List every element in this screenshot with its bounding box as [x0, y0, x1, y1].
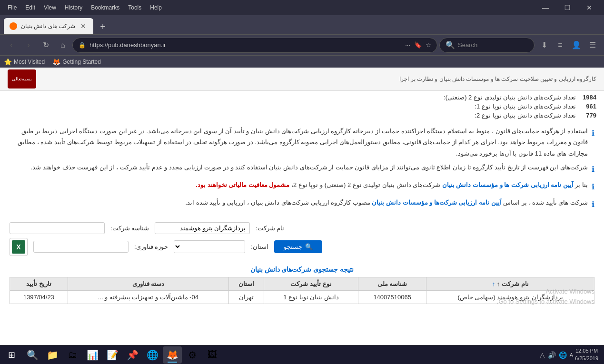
info-text-1: استفاده از هرگونه حمایت‌های قانون ، منوط…: [10, 126, 588, 159]
search-button[interactable]: 🔍 جستجو: [274, 240, 322, 253]
header-logo: بسمهتعالی: [8, 69, 36, 89]
language-icon[interactable]: A: [570, 352, 573, 358]
bookmark-star-button[interactable]: ☆: [426, 41, 431, 49]
notification-chevron-icon[interactable]: △: [540, 351, 545, 359]
user-account-button[interactable]: 👤: [569, 38, 584, 53]
taskbar-folder[interactable]: 🗂: [63, 346, 82, 364]
close-button[interactable]: ✕: [578, 0, 600, 15]
most-visited-bookmark[interactable]: ⭐ Most Visited: [4, 58, 45, 66]
back-button[interactable]: ‹: [4, 38, 19, 53]
taskbar-photos[interactable]: 🖼: [203, 346, 222, 364]
synced-tabs-button[interactable]: ≡: [553, 38, 568, 53]
cell-approval-type: دانش بنیان نوپا نوع 1: [264, 290, 358, 304]
tech-field-input[interactable]: [33, 241, 129, 253]
menu-help[interactable]: Help: [146, 3, 166, 12]
getting-started-label: Getting Started: [62, 59, 101, 65]
menu-history[interactable]: History: [61, 3, 86, 12]
taskbar-word[interactable]: 📝: [103, 346, 122, 364]
network-icon[interactable]: 🌐: [559, 351, 567, 359]
province-select[interactable]: [174, 240, 245, 253]
menu-file[interactable]: File: [4, 3, 20, 12]
address-bar[interactable]: 🔒 https://pub.daneshbonyan.ir ··· 🔖 ☆: [72, 38, 437, 53]
menu-edit[interactable]: Edit: [21, 3, 39, 12]
menu-tools[interactable]: Tools: [124, 3, 145, 12]
info-section: ℹ استفاده از هرگونه حمایت‌های قانون ، من…: [0, 122, 604, 218]
stats-section: 1984 تعداد شرکت‌های دانش بنیان تولیدی نو…: [0, 91, 604, 122]
cell-name: پردازشگران پترو هوشمند (سهامی خاص): [426, 290, 594, 304]
stat-line-2: 961 تعداد شرکت‌های دانش بنیان نوپا نوع 1…: [8, 102, 596, 111]
reader-view-button[interactable]: 🔖: [414, 41, 422, 49]
info-item-1: ℹ استفاده از هرگونه حمایت‌های قانون ، من…: [10, 126, 594, 159]
url-display: https://pub.daneshbonyan.ir: [89, 41, 401, 49]
file-explorer-icon: 📁: [47, 349, 59, 361]
col-header-tech-cat: دسته فناوری: [68, 277, 228, 290]
maximize-button[interactable]: ❐: [556, 0, 578, 15]
taskbar-sticky-notes[interactable]: 📌: [123, 346, 142, 364]
home-button[interactable]: ⌂: [55, 38, 70, 53]
minimize-button[interactable]: —: [535, 0, 556, 15]
table-row: پردازشگران پترو هوشمند (سهامی خاص) 14007…: [10, 290, 594, 304]
getting-started-bookmark[interactable]: 🦊 Getting Started: [52, 58, 101, 66]
cell-approval-date: 1397/04/23: [10, 290, 68, 304]
stat-num-1: 1984: [580, 94, 596, 101]
taskbar-file-explorer[interactable]: 📁: [43, 346, 62, 364]
folder-icon: 🗂: [68, 349, 77, 360]
form-row-2: 🔍 جستجو استان: حوزه فناوری: X: [10, 238, 594, 256]
new-tab-button[interactable]: +: [95, 19, 110, 34]
tab-close-button[interactable]: ✕: [79, 22, 88, 30]
title-bar: File Edit View History Bookmarks Tools H…: [0, 0, 604, 15]
most-visited-label: Most Visited: [14, 59, 45, 65]
downloads-button[interactable]: ⬇: [536, 38, 552, 53]
search-input[interactable]: [458, 41, 538, 49]
page-options-button[interactable]: ···: [405, 41, 410, 49]
company-name-input[interactable]: [155, 222, 250, 234]
search-bar[interactable]: 🔍: [439, 38, 535, 53]
info-bullet-2: ℹ: [592, 163, 594, 177]
date-display: 6/25/2019: [575, 355, 598, 362]
province-label: استان:: [251, 243, 268, 250]
windows-logo-icon: ⊞: [8, 350, 15, 360]
menu-bar[interactable]: File Edit View History Bookmarks Tools H…: [4, 3, 166, 12]
stat-label-1: تعداد شرکت‌های دانش بنیان تولیدی نوع 2 (…: [444, 94, 576, 101]
refresh-button[interactable]: ↻: [38, 38, 53, 53]
taskbar-settings[interactable]: ⚙: [183, 346, 202, 364]
info-bullet-1: ℹ: [592, 127, 594, 140]
info-text-2: شرکت‌های این فهرست از تاریخ تأیید کارگرو…: [10, 162, 588, 173]
most-visited-icon: ⭐: [4, 58, 12, 66]
tech-field-label: حوزه فناوری:: [134, 243, 168, 250]
clock[interactable]: 12:05 PM 6/25/2019: [575, 347, 598, 362]
results-table: نام شرکت ↑ شناسه ملی نوع تأیید شرکت استا…: [10, 277, 594, 304]
search-form: نام شرکت: شناسه شرکت: 🔍 جستجو استان: حوز…: [0, 218, 604, 264]
taskbar-firefox[interactable]: 🦊: [163, 346, 182, 364]
col-header-name[interactable]: نام شرکت ↑: [426, 277, 594, 290]
results-section: نتیجه جستجوی شرکت‌های دانش بنیان نام شرک…: [0, 264, 604, 308]
stat-line-1: 1984 تعداد شرکت‌های دانش بنیان تولیدی نو…: [8, 93, 596, 102]
nav-extras: ⬇ ≡ 👤 ☰: [536, 38, 600, 53]
stat-label-2: تعداد شرکت‌های دانش بنیان نوپا نوع 1:: [475, 103, 576, 110]
open-menu-button[interactable]: ☰: [585, 38, 600, 53]
taskbar-search[interactable]: 🔍: [23, 346, 42, 364]
taskbar-apps: 🔍 📁 🗂 📊 📝 📌 🌐 🦊 ⚙ 🖼: [21, 346, 536, 364]
volume-icon[interactable]: 🔊: [548, 351, 556, 359]
menu-bookmarks[interactable]: Bookmarks: [87, 3, 123, 12]
search-magnifier-icon: 🔍: [305, 243, 313, 250]
header-text: کارگروه ارزیابی و تعیین صلاحیت سرکت ها و…: [399, 76, 596, 82]
company-id-input[interactable]: [10, 222, 105, 234]
navigation-bar: ‹ › ↻ ⌂ 🔒 https://pub.daneshbonyan.ir ··…: [0, 34, 604, 55]
stat-num-3: 779: [580, 112, 596, 119]
getting-started-icon: 🦊: [52, 58, 60, 66]
taskbar-excel[interactable]: 📊: [83, 346, 102, 364]
taskbar-chrome[interactable]: 🌐: [143, 346, 162, 364]
forward-button[interactable]: ›: [21, 38, 36, 53]
taskbar: ⊞ 🔍 📁 🗂 📊 📝 📌 🌐 🦊 ⚙ 🖼 △ 🔊 🌐 A 12:05 PM 6: [0, 345, 604, 364]
cell-province: تهران: [228, 290, 264, 304]
menu-view[interactable]: View: [40, 3, 60, 12]
start-button[interactable]: ⊞: [2, 346, 21, 364]
excel-export-button[interactable]: X: [10, 238, 28, 256]
info-bullet-4: ℹ: [592, 198, 594, 212]
bookmarks-bar: ⭐ Most Visited 🦊 Getting Started: [0, 55, 604, 68]
company-id-label: شناسه شرکت:: [110, 225, 149, 232]
page-content: کارگروه ارزیابی و تعیین صلاحیت سرکت ها و…: [0, 68, 604, 345]
active-tab[interactable]: شرکت های دانش بنیان ✕: [4, 18, 93, 34]
security-icon: 🔒: [79, 42, 86, 49]
